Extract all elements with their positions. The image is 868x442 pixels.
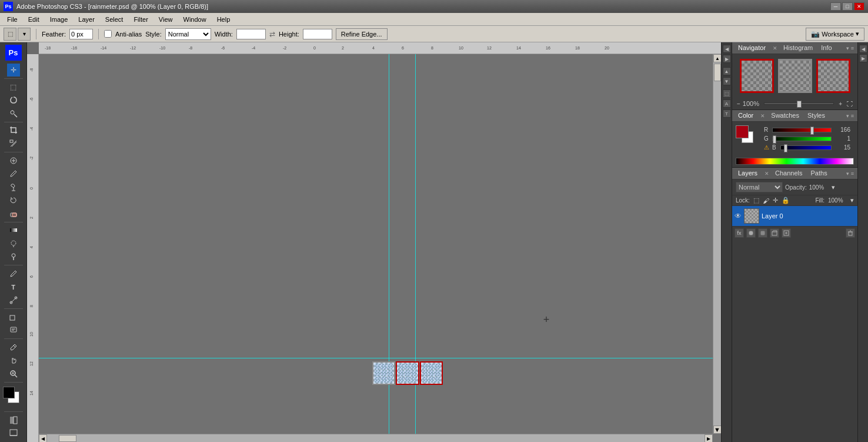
tool-shape[interactable] bbox=[7, 311, 20, 324]
tool-marquee-rect[interactable]: ⬚ bbox=[7, 81, 20, 94]
menu-window[interactable]: Window bbox=[179, 15, 211, 24]
canvas-content[interactable]: + bbox=[39, 54, 721, 442]
tool-history-brush[interactable] bbox=[7, 194, 20, 207]
layer-new-btn[interactable] bbox=[782, 228, 791, 238]
layer-adjustment-btn[interactable] bbox=[758, 228, 767, 238]
tool-notes[interactable] bbox=[7, 324, 20, 337]
tab-layers[interactable]: Layers bbox=[736, 170, 760, 178]
width-input[interactable] bbox=[236, 29, 266, 39]
right-strip-btn-1[interactable]: ◀ bbox=[859, 45, 867, 53]
lock-transparent-icon[interactable]: ⬚ bbox=[753, 197, 759, 204]
tool-dodge[interactable] bbox=[7, 251, 20, 264]
workspace-button[interactable]: 📷 Workspace ▾ bbox=[806, 28, 864, 41]
tool-eyedropper[interactable] bbox=[7, 341, 20, 354]
height-input[interactable] bbox=[303, 29, 332, 39]
feather-input[interactable] bbox=[69, 29, 93, 39]
scrollbar-left-btn[interactable]: ◀ bbox=[39, 434, 47, 442]
opacity-expand-btn[interactable]: ▾ bbox=[832, 184, 835, 191]
tool-text[interactable]: T bbox=[7, 281, 20, 294]
canvas-area[interactable]: -18 -16 -14 -12 -10 -8 -6 -4 -2 0 2 4 6 … bbox=[27, 42, 721, 442]
color-g-thumb[interactable] bbox=[773, 135, 776, 144]
tool-crop[interactable] bbox=[7, 124, 20, 137]
layer-thumbnail-group[interactable] bbox=[372, 361, 443, 386]
tool-brush[interactable] bbox=[7, 167, 20, 180]
scrollbar-thumb[interactable] bbox=[714, 64, 721, 81]
tool-stamp[interactable] bbox=[7, 181, 20, 194]
style-select[interactable]: Normal Fixed Ratio Fixed Size bbox=[165, 28, 211, 40]
right-strip-btn-2[interactable]: ▶ bbox=[859, 54, 867, 62]
menu-help[interactable]: Help bbox=[212, 15, 235, 24]
tool-gradient[interactable] bbox=[7, 224, 20, 237]
tool-heal[interactable] bbox=[7, 154, 20, 167]
nav-thumb-3[interactable] bbox=[816, 59, 850, 93]
zoom-out-icon[interactable]: − bbox=[737, 101, 740, 107]
strip-btn-5[interactable]: ⬚ bbox=[723, 89, 731, 98]
lock-move-icon[interactable]: ✛ bbox=[773, 197, 778, 204]
nav-thumb-2[interactable] bbox=[778, 59, 812, 93]
anti-alias-checkbox[interactable] bbox=[104, 30, 112, 38]
tab-info[interactable]: Info bbox=[819, 44, 834, 52]
menu-image[interactable]: Image bbox=[45, 15, 73, 24]
tab-styles[interactable]: Styles bbox=[805, 112, 827, 120]
panel-layers-expand[interactable]: ▾ ≡ bbox=[846, 171, 854, 177]
lock-brush-icon[interactable]: 🖌 bbox=[763, 197, 769, 204]
menu-file[interactable]: File bbox=[2, 15, 22, 24]
zoom-slider-track[interactable] bbox=[764, 102, 834, 105]
tool-slice[interactable] bbox=[7, 137, 20, 150]
minimize-button[interactable]: ─ bbox=[830, 2, 841, 11]
tab-paths[interactable]: Paths bbox=[809, 170, 830, 178]
color-b-slider[interactable] bbox=[780, 145, 832, 150]
zoom-slider-thumb[interactable] bbox=[797, 101, 802, 108]
tool-blur[interactable] bbox=[7, 237, 20, 250]
nav-thumb-1[interactable] bbox=[740, 59, 774, 93]
foreground-color-swatch[interactable] bbox=[3, 387, 15, 398]
scrollbar-right-btn[interactable]: ▶ bbox=[705, 434, 713, 442]
tab-channels[interactable]: Channels bbox=[773, 170, 804, 178]
scrollbar-up-btn[interactable]: ▲ bbox=[713, 54, 721, 62]
tab-color-close[interactable]: ✕ bbox=[760, 113, 765, 119]
layer-delete-btn[interactable] bbox=[846, 228, 855, 238]
tool-wand[interactable] bbox=[7, 107, 20, 120]
tool-path-selection[interactable] bbox=[7, 294, 20, 307]
menu-edit[interactable]: Edit bbox=[24, 15, 44, 24]
tab-histogram[interactable]: Histogram bbox=[781, 44, 815, 52]
layer-mask-btn[interactable] bbox=[746, 228, 756, 238]
strip-btn-6[interactable]: A bbox=[723, 99, 731, 108]
refine-edge-button[interactable]: Refine Edge... bbox=[336, 28, 388, 40]
tool-pen[interactable] bbox=[7, 267, 20, 280]
panel-color-expand[interactable]: ▾ ≡ bbox=[846, 113, 854, 119]
window-controls[interactable]: ─ □ ✕ bbox=[830, 2, 864, 11]
scrollbar-h-thumb[interactable] bbox=[59, 435, 76, 442]
strip-btn-4[interactable]: ▼ bbox=[723, 77, 731, 85]
scrollbar-down-btn[interactable]: ▼ bbox=[713, 426, 721, 434]
lock-all-icon[interactable]: 🔒 bbox=[782, 197, 790, 204]
color-g-slider[interactable] bbox=[772, 137, 832, 141]
panel-nav-expand[interactable]: ▾ ≡ bbox=[846, 45, 854, 51]
color-b-thumb[interactable] bbox=[784, 144, 787, 152]
color-r-thumb[interactable] bbox=[810, 127, 814, 135]
maximize-button[interactable]: □ bbox=[842, 2, 853, 11]
menu-layer[interactable]: Layer bbox=[74, 15, 99, 24]
zoom-expand-icon[interactable]: ⛶ bbox=[847, 101, 853, 107]
color-fg-swatch[interactable] bbox=[736, 125, 749, 138]
strip-btn-3[interactable]: ▲ bbox=[723, 67, 731, 75]
zoom-in-icon[interactable]: + bbox=[839, 101, 842, 107]
menu-filter[interactable]: Filter bbox=[129, 15, 152, 24]
layer-visibility-icon[interactable]: 👁 bbox=[735, 212, 742, 220]
tool-zoom[interactable] bbox=[7, 367, 20, 380]
blend-mode-select[interactable]: Normal Dissolve Multiply Screen bbox=[736, 182, 783, 192]
tab-layers-close[interactable]: ✕ bbox=[764, 171, 769, 177]
menu-view[interactable]: View bbox=[154, 15, 178, 24]
scrollbar-vertical[interactable]: ▲ ▼ bbox=[713, 54, 721, 434]
strip-btn-2[interactable]: ▶ bbox=[723, 55, 731, 63]
marquee-options-btn[interactable]: ▾ bbox=[18, 28, 31, 41]
tab-color[interactable]: Color bbox=[736, 112, 756, 120]
tool-eraser[interactable] bbox=[7, 207, 20, 220]
color-r-slider[interactable] bbox=[772, 128, 832, 132]
tool-quick-mask[interactable] bbox=[7, 414, 20, 427]
tab-navigator-close[interactable]: ✕ bbox=[773, 45, 777, 51]
menu-select[interactable]: Select bbox=[101, 15, 128, 24]
tab-swatches[interactable]: Swatches bbox=[769, 112, 802, 120]
layer-row-0[interactable]: 👁 Layer 0 bbox=[732, 206, 857, 226]
layer-fx-btn[interactable]: fx bbox=[735, 228, 744, 238]
